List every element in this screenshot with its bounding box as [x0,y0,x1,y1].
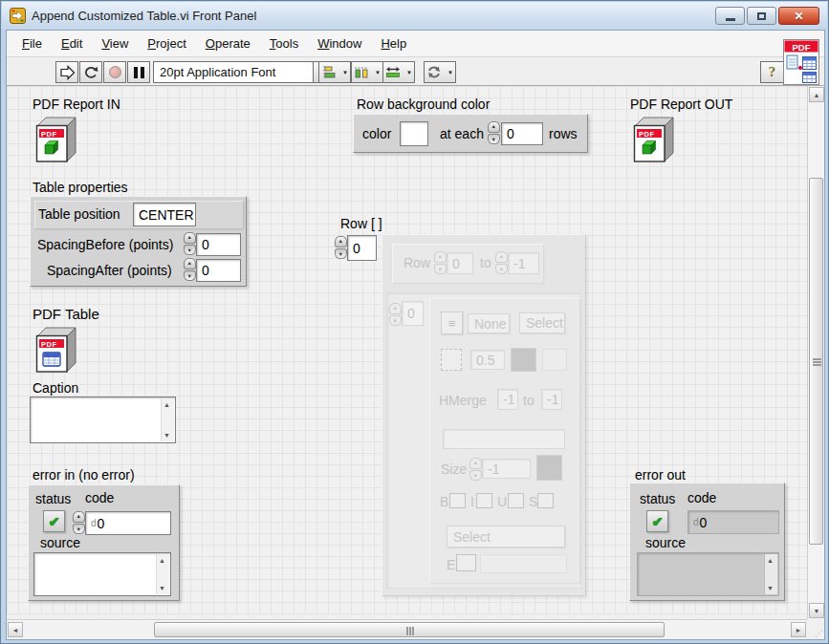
width-checkbox [441,349,462,371]
font-selector[interactable]: 20pt Application Font [153,61,314,83]
close-button[interactable]: ✕ [778,7,819,25]
menu-project[interactable]: Project [138,32,195,55]
at-each-spinner[interactable] [488,121,500,144]
error-out-scroll-strip[interactable]: ▲ ▼ [764,554,777,594]
menu-bar: File Edit View Project Operate Tools Win… [7,31,824,57]
horizontal-scrollbar[interactable]: ◄ ► [7,619,807,639]
row-range-subcluster: Row 0 to -1 [392,244,543,283]
error-out-code-label: code [687,490,716,505]
row-bg-colorbox[interactable] [400,121,428,146]
menu-operate[interactable]: Operate [196,32,260,55]
error-in-code-field[interactable]: d0 [85,511,171,535]
align-objects-icon [321,65,337,79]
e-checkbox [456,554,476,571]
vertical-scroll-thumb[interactable] [809,178,823,545]
reorder-objects-button[interactable]: ▼ [424,61,456,83]
error-in-radix: d [91,518,97,528]
font-name-field: None [468,313,510,333]
title-bar[interactable]: Append Customized Table.vi Front Panel ✕ [2,2,827,30]
row-bg-color-label: Row background color [357,97,490,112]
svg-text:PDF: PDF [639,130,655,139]
error-in-scroll-strip[interactable]: ▲ ▼ [156,554,169,594]
table-properties-label: Table properties [33,180,128,195]
at-each-label: at each [440,126,484,141]
row-bg-color-cluster: color at each 0 rows [353,114,588,153]
at-each-field[interactable]: 0 [501,122,543,145]
pdf-report-out-icon[interactable]: PDF [630,117,674,162]
error-in-source-box[interactable]: ▲ ▼ [33,552,171,596]
error-out-code-field: d0 [687,510,779,534]
spacing-before-label: SpacingBefore (points) [37,237,173,252]
error-in-status-check[interactable]: ✔ [43,510,65,532]
size-label: Size [441,462,467,477]
caption-scroll-down-icon[interactable]: ▼ [164,432,170,439]
cell-index-field: 0 [402,301,424,326]
scroll-up-button[interactable]: ▲ [809,87,824,102]
context-help-button[interactable]: ? [760,61,784,83]
resize-grip[interactable]: ⋰ [807,619,824,639]
error-out-source-label: source [645,535,686,550]
size-field: -1 [482,459,531,479]
minimize-button[interactable] [715,7,745,25]
error-out-scroll-up-icon[interactable]: ▲ [767,557,774,564]
horizontal-scroll-thumb[interactable] [154,622,665,637]
menu-tools[interactable]: Tools [260,32,308,55]
row-array-index-spinner[interactable] [335,236,347,259]
range-from-spinner [434,251,447,274]
row-cluster-disabled: Row 0 to -1 0 ≡ None [382,234,586,596]
resize-objects-button[interactable]: ▼ [382,61,415,83]
error-in-scroll-up-icon[interactable]: ▲ [159,557,165,564]
scroll-right-button[interactable]: ► [791,622,806,637]
front-panel-grid: PDF Report IN PDF Row background color c… [7,86,807,614]
scroll-left-button[interactable]: ◄ [8,622,23,637]
error-out-scroll-down-icon[interactable]: ▼ [767,585,774,591]
panel-wrap: PDF Report IN PDF Row background color c… [7,86,824,639]
run-arrow-icon [59,65,76,80]
window-title: Append Customized Table.vi Front Panel [32,9,256,23]
vertical-scrollbar[interactable]: ▲ ▼ [807,86,824,619]
vi-icon[interactable]: PDF [783,39,819,85]
labview-icon [10,8,26,24]
align-objects-button[interactable]: ▼ [318,61,351,83]
run-button[interactable] [55,61,78,83]
cell-select-button: Select [447,526,565,547]
size-spinner [469,458,482,481]
error-in-code-spinner[interactable] [73,511,85,534]
spacing-after-field[interactable]: 0 [196,259,241,282]
table-position-label: Table position [38,206,120,222]
caption-label: Caption [33,380,78,396]
caption-textbox[interactable]: ▲ ▼ [30,397,176,443]
svg-text:PDF: PDF [41,130,57,139]
row-array-index-field[interactable]: 0 [347,235,377,261]
font-colorbox [536,455,562,481]
abort-button[interactable] [103,61,126,83]
pdf-report-in-icon[interactable]: PDF [33,117,76,162]
menu-help[interactable]: Help [371,32,416,55]
distribute-objects-button[interactable]: ▼ [351,61,383,83]
color-label: color [362,126,391,141]
run-continuous-button[interactable] [79,61,102,83]
spacing-after-spinner[interactable] [184,258,196,281]
spacing-before-spinner[interactable] [184,232,196,255]
pdf-table-label: PDF Table [33,306,99,322]
cell-text-field [443,429,565,449]
menu-file[interactable]: File [12,32,52,55]
font-select-button: Select [519,312,565,333]
restore-button[interactable] [747,7,776,25]
caption-scroll-strip[interactable]: ▲ ▼ [161,398,174,441]
menu-window[interactable]: Window [308,32,371,55]
pause-button[interactable] [127,61,150,83]
error-in-status-label: status [35,491,71,506]
distribute-objects-icon [354,65,369,79]
spacing-before-field[interactable]: 0 [196,233,241,256]
caption-scroll-up-icon[interactable]: ▲ [164,401,170,408]
hmerge-to-field: -1 [541,389,562,410]
error-in-scroll-down-icon[interactable]: ▼ [159,585,165,591]
menu-edit[interactable]: Edit [52,32,92,55]
italic-label: I [470,494,474,509]
table-position-field[interactable]: CENTER [133,203,196,226]
cell-index-spinner [389,303,402,326]
scroll-down-button[interactable]: ▼ [809,603,824,618]
pdf-table-icon[interactable]: PDF [33,327,76,373]
menu-view[interactable]: View [92,32,138,55]
